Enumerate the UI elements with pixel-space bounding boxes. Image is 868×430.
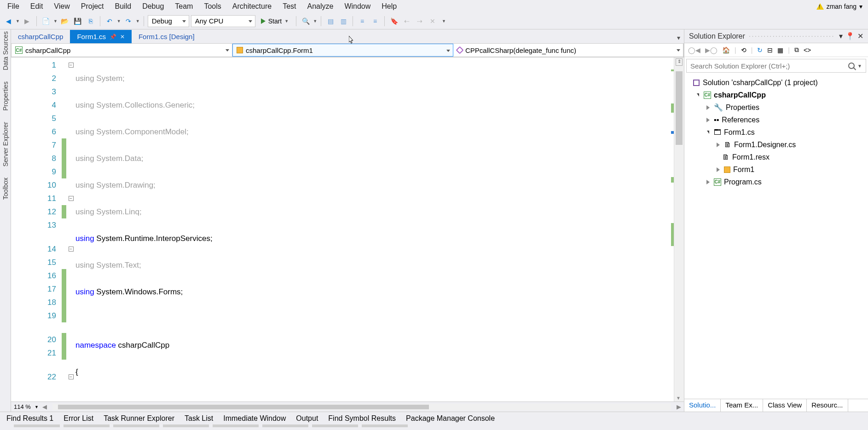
close-icon[interactable]: ✕	[120, 34, 125, 40]
chevron-down-icon[interactable]: ▼	[313, 19, 317, 23]
side-tab-properties[interactable]: Properties	[2, 81, 9, 111]
forward-icon[interactable]: ▶◯	[705, 46, 718, 54]
vertical-scrollbar[interactable]: ⇕ ▼	[674, 57, 684, 401]
menu-test[interactable]: Test	[277, 0, 301, 12]
side-tab-toolbox[interactable]: Toolbox	[2, 178, 9, 200]
menu-team[interactable]: Team	[169, 0, 198, 12]
scrollbar-thumb[interactable]	[676, 71, 683, 145]
side-tab-data-sources[interactable]: Data Sources	[2, 31, 9, 70]
back-icon[interactable]: ◯◀	[688, 46, 700, 54]
bookmark-button[interactable]: 🔖	[388, 16, 399, 27]
window-position-icon[interactable]: ▾	[839, 32, 843, 40]
code-text[interactable]: using System; using System.Collections.G…	[75, 57, 670, 401]
expand-toggle[interactable]	[705, 129, 711, 136]
collapse-icon[interactable]: ⊟	[767, 46, 773, 54]
menu-file[interactable]: File	[2, 0, 25, 12]
menu-view[interactable]: View	[48, 0, 75, 12]
side-tab-server-explorer[interactable]: Server Explorer	[2, 122, 9, 166]
fold-toggle[interactable]: −	[69, 196, 74, 201]
search-icon[interactable]	[848, 63, 855, 69]
tree-program-cs[interactable]: C# Program.cs	[684, 176, 868, 188]
expand-toggle[interactable]	[715, 166, 721, 173]
expand-toggle[interactable]	[705, 104, 711, 111]
home-icon[interactable]: 🏠	[722, 46, 730, 54]
properties-icon[interactable]: ⧉	[794, 46, 799, 54]
tab-package-manager[interactable]: Package Manager Console	[401, 413, 499, 424]
redo-button[interactable]: ↷	[123, 16, 134, 27]
fold-toggle[interactable]: −	[69, 247, 74, 252]
tab-find-symbol[interactable]: Find Symbol Results	[324, 413, 400, 424]
expand-toggle[interactable]	[694, 92, 701, 98]
nav-member-dropdown[interactable]: CPPcallCSharp(delegate_func func)	[453, 44, 683, 57]
panel-tab-resource[interactable]: Resourc...	[807, 399, 848, 412]
code-editor[interactable]: 12345678910111213141516171819202122 − − …	[11, 57, 684, 401]
tab-output[interactable]: Output	[291, 413, 323, 424]
nav-back-button[interactable]: ◀	[3, 16, 14, 27]
solution-tree[interactable]: Solution 'csharpCallCpp' (1 project) C# …	[684, 75, 868, 399]
chevron-down-icon[interactable]: ▼	[16, 19, 20, 23]
menu-project[interactable]: Project	[75, 0, 110, 12]
tab-project[interactable]: csharpCallCpp	[11, 30, 70, 43]
show-all-icon[interactable]: ▦	[777, 46, 783, 54]
tree-form1-class[interactable]: Form1	[684, 163, 868, 176]
tab-form1-cs[interactable]: Form1.cs 📌 ✕	[70, 30, 132, 43]
undo-button[interactable]: ↶	[104, 16, 115, 27]
tree-references[interactable]: ▪▪ References	[684, 114, 868, 126]
menu-window[interactable]: Window	[339, 0, 376, 12]
chevron-down-icon[interactable]: ▼	[35, 405, 39, 409]
menu-analyze[interactable]: Analyze	[301, 0, 339, 12]
expand-toggle[interactable]	[715, 142, 721, 148]
menu-tools[interactable]: Tools	[198, 0, 226, 12]
code-view-icon[interactable]: <>	[804, 46, 811, 54]
menu-edit[interactable]: Edit	[25, 0, 49, 12]
tab-form1-design[interactable]: Form1.cs [Design]	[132, 30, 202, 43]
solution-search[interactable]: ▼	[686, 59, 866, 73]
decrease-indent-button[interactable]: ≡	[357, 16, 368, 27]
scrollbar-thumb[interactable]	[58, 405, 429, 409]
scroll-down-icon[interactable]: ▼	[676, 396, 681, 401]
menu-debug[interactable]: Debug	[137, 0, 169, 12]
tab-immediate[interactable]: Immediate Window	[219, 413, 290, 424]
save-all-button[interactable]: ⎘	[85, 16, 96, 27]
increase-indent-button[interactable]: ≡	[370, 16, 381, 27]
solution-search-input[interactable]	[690, 62, 848, 70]
chevron-down-icon[interactable]: ▼	[117, 19, 121, 23]
user-account[interactable]: zman fang ▾	[813, 3, 866, 10]
fold-toggle[interactable]: −	[69, 63, 74, 68]
tab-error-list[interactable]: Error List	[59, 413, 98, 424]
tab-task-list[interactable]: Task List	[180, 413, 218, 424]
active-files-dropdown[interactable]: ▾	[673, 32, 684, 43]
tree-properties[interactable]: 🔧 Properties	[684, 101, 868, 114]
horizontal-scrollbar[interactable]	[52, 404, 671, 410]
panel-tab-solution[interactable]: Solutio...	[684, 399, 721, 412]
uncomment-button[interactable]: ▥	[338, 16, 349, 27]
expand-toggle[interactable]	[705, 117, 711, 123]
tree-form1-resx[interactable]: 🗎 Form1.resx	[684, 151, 868, 163]
open-file-button[interactable]: 📂	[59, 16, 70, 27]
tab-task-runner[interactable]: Task Runner Explorer	[99, 413, 179, 424]
close-icon[interactable]: ✕	[857, 32, 863, 40]
menu-build[interactable]: Build	[110, 0, 137, 12]
platform-dropdown[interactable]: Any CPU	[191, 15, 255, 27]
chevron-down-icon[interactable]: ▼	[857, 63, 862, 69]
tab-find-results[interactable]: Find Results 1	[2, 413, 58, 424]
panel-tab-team[interactable]: Team Ex...	[721, 399, 763, 412]
start-debug-button[interactable]: Start ▼	[257, 15, 293, 27]
tree-form1-cs[interactable]: 🗔 Form1.cs	[684, 126, 868, 138]
nav-class-dropdown[interactable]: csharpCallCpp.Form1	[232, 44, 453, 57]
fold-toggle[interactable]: −	[69, 374, 74, 379]
menu-help[interactable]: Help	[376, 0, 402, 12]
scroll-right-icon[interactable]: ▶	[677, 403, 681, 410]
menu-architecture[interactable]: Architecture	[227, 0, 277, 12]
find-button[interactable]: 🔍	[300, 16, 311, 27]
pin-icon[interactable]: 📍	[845, 32, 855, 40]
refresh-icon[interactable]: ↻	[757, 46, 763, 54]
save-button[interactable]: 💾	[72, 16, 83, 27]
scroll-left-icon[interactable]: ◀	[42, 403, 47, 410]
panel-tab-class-view[interactable]: Class View	[763, 399, 807, 412]
pin-icon[interactable]: 📌	[110, 34, 116, 40]
chevron-down-icon[interactable]: ▼	[442, 19, 446, 23]
zoom-level[interactable]: 114 %	[14, 403, 31, 410]
tree-project[interactable]: C# csharpCallCpp	[684, 89, 868, 101]
configuration-dropdown[interactable]: Debug	[148, 15, 189, 27]
